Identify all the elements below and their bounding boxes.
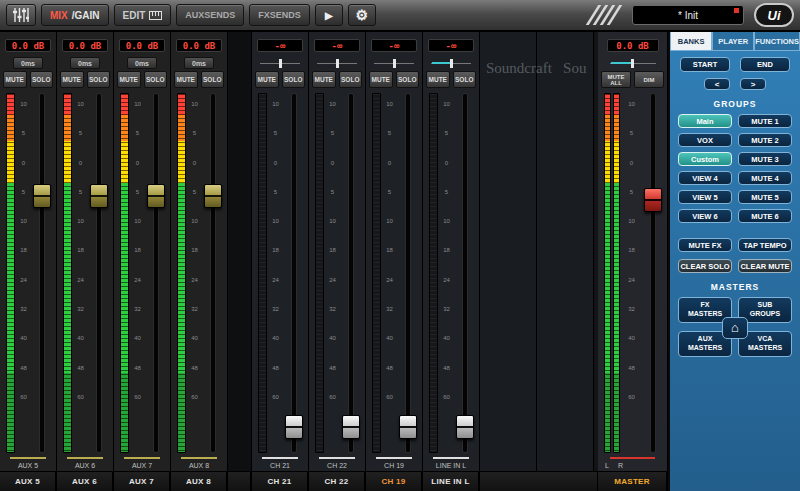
- start-button[interactable]: START: [680, 57, 730, 72]
- mute-button[interactable]: MUTE: [174, 71, 198, 88]
- master-fader-cap[interactable]: [644, 188, 662, 212]
- value-row: 0.0 dB: [598, 32, 667, 55]
- solo-button[interactable]: SOLO: [282, 71, 306, 88]
- channel-color-bar: [319, 457, 355, 459]
- pan-thumb[interactable]: [450, 59, 453, 68]
- next-bank-button[interactable]: >: [740, 78, 766, 90]
- group-grid: Main MUTE 1 VOX MUTE 2 Custom MUTE 3 VIE…: [670, 109, 800, 223]
- group-vox-button[interactable]: VOX: [678, 133, 732, 147]
- value-row: 0.0 dB: [114, 32, 170, 55]
- group-mute4-button[interactable]: MUTE 4: [738, 171, 792, 185]
- fader-cap[interactable]: [456, 415, 474, 439]
- end-button[interactable]: END: [740, 57, 790, 72]
- fx-sends-button[interactable]: FXSENDS: [249, 4, 310, 26]
- mute-button[interactable]: MUTE: [3, 71, 27, 88]
- pan-slider[interactable]: [317, 58, 357, 69]
- balance-slider[interactable]: [610, 58, 656, 69]
- dim-button[interactable]: DIM: [634, 71, 664, 88]
- value-row: -∞: [252, 32, 308, 55]
- mix-gain-button[interactable]: MIX/GAIN: [41, 4, 109, 26]
- group-mute1-button[interactable]: MUTE 1: [738, 114, 792, 128]
- group-main-button[interactable]: Main: [678, 114, 732, 128]
- fader-cap[interactable]: [399, 415, 417, 439]
- fader-cap[interactable]: [204, 184, 222, 208]
- preset-display[interactable]: * Init: [632, 5, 744, 25]
- delay-button[interactable]: 0ms: [70, 57, 100, 69]
- pan-slider[interactable]: [431, 58, 471, 69]
- strip-gap: [228, 32, 252, 491]
- channel-label[interactable]: CH 19: [366, 471, 422, 491]
- pan-thumb[interactable]: [631, 59, 634, 68]
- solo-button[interactable]: SOLO: [453, 71, 477, 88]
- mute-button[interactable]: MUTE: [255, 71, 279, 88]
- fader-track: [40, 94, 44, 453]
- aux-sends-button[interactable]: AUXSENDS: [176, 4, 244, 26]
- tab-banks[interactable]: BANKS: [670, 32, 712, 51]
- clear-mute-button[interactable]: CLEAR MUTE: [738, 259, 792, 273]
- fader-cap[interactable]: [147, 184, 165, 208]
- play-button[interactable]: ▶: [315, 4, 343, 26]
- pan-slider[interactable]: [260, 58, 300, 69]
- mute-button[interactable]: MUTE: [60, 71, 84, 88]
- channel-color-bar: [376, 457, 412, 459]
- delay-button[interactable]: 0ms: [184, 57, 214, 69]
- masters-title: MASTERS: [670, 282, 800, 292]
- solo-button[interactable]: SOLO: [339, 71, 363, 88]
- pan-thumb[interactable]: [336, 59, 339, 68]
- settings-button[interactable]: ⚙: [348, 4, 376, 26]
- master-label[interactable]: MASTER: [598, 471, 667, 491]
- group-view6-button[interactable]: VIEW 6: [678, 209, 732, 223]
- group-mute2-button[interactable]: MUTE 2: [738, 133, 792, 147]
- tab-player[interactable]: PLAYER: [712, 32, 754, 51]
- mute-all-button[interactable]: MUTE ALL: [601, 71, 631, 88]
- mixer-view-button[interactable]: [6, 4, 36, 26]
- fader-track: [463, 94, 467, 453]
- fader-cap[interactable]: [90, 184, 108, 208]
- group-view4-button[interactable]: VIEW 4: [678, 171, 732, 185]
- solo-button[interactable]: SOLO: [30, 71, 54, 88]
- channel-color-bar: [181, 457, 217, 459]
- mute-button[interactable]: MUTE: [117, 71, 141, 88]
- edit-button[interactable]: EDIT: [114, 4, 172, 26]
- channel-label[interactable]: CH 21: [252, 471, 308, 491]
- mute-fx-button[interactable]: MUTE FX: [678, 238, 732, 252]
- clear-solo-button[interactable]: CLEAR SOLO: [678, 259, 732, 273]
- right-sidebar: BANKS PLAYER FUNCTIONS START END < > GRO…: [668, 32, 800, 491]
- group-mute5-button[interactable]: MUTE 5: [738, 190, 792, 204]
- delay-button[interactable]: 0ms: [13, 57, 43, 69]
- channel-label[interactable]: AUX 5: [0, 471, 56, 491]
- mute-button[interactable]: MUTE: [312, 71, 336, 88]
- channel-label[interactable]: AUX 8: [171, 471, 227, 491]
- channel-strip: 0.0 dB 0ms MUTE SOLO 1050510182432404860…: [57, 32, 114, 491]
- empty-slot: [537, 32, 594, 471]
- group-custom-button[interactable]: Custom: [678, 152, 732, 166]
- fader-cap[interactable]: [342, 415, 360, 439]
- prev-bank-button[interactable]: <: [704, 78, 730, 90]
- tap-tempo-button[interactable]: TAP TEMPO: [738, 238, 792, 252]
- mute-button[interactable]: MUTE: [369, 71, 393, 88]
- delay-button[interactable]: 0ms: [127, 57, 157, 69]
- ui-logo: Ui: [754, 3, 794, 27]
- tab-functions[interactable]: FUNCTIONS: [754, 32, 800, 51]
- solo-button[interactable]: SOLO: [144, 71, 168, 88]
- solo-button[interactable]: SOLO: [201, 71, 225, 88]
- group-mute3-button[interactable]: MUTE 3: [738, 152, 792, 166]
- channel-label[interactable]: CH 22: [309, 471, 365, 491]
- group-view5-button[interactable]: VIEW 5: [678, 190, 732, 204]
- pan-thumb[interactable]: [393, 59, 396, 68]
- channel-label[interactable]: LINE IN L: [423, 471, 479, 491]
- pan-thumb[interactable]: [279, 59, 282, 68]
- home-button[interactable]: ⌂: [722, 317, 748, 339]
- edit-label: EDIT: [123, 10, 146, 21]
- solo-button[interactable]: SOLO: [396, 71, 420, 88]
- channel-color-bar: [262, 457, 298, 459]
- fader-cap[interactable]: [33, 184, 51, 208]
- channel-label[interactable]: AUX 7: [114, 471, 170, 491]
- group-mute6-button[interactable]: MUTE 6: [738, 209, 792, 223]
- fader-cap[interactable]: [285, 415, 303, 439]
- pan-slider[interactable]: [374, 58, 414, 69]
- fader-area: 1050510182432404860: [309, 88, 365, 456]
- channel-label[interactable]: AUX 6: [57, 471, 113, 491]
- mute-button[interactable]: MUTE: [426, 71, 450, 88]
- solo-button[interactable]: SOLO: [87, 71, 111, 88]
